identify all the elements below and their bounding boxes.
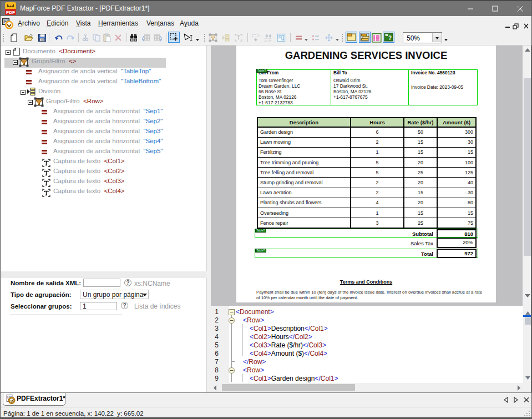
svg-text:?: ?: [388, 35, 392, 41]
svg-text:PDF: PDF: [6, 10, 15, 15]
